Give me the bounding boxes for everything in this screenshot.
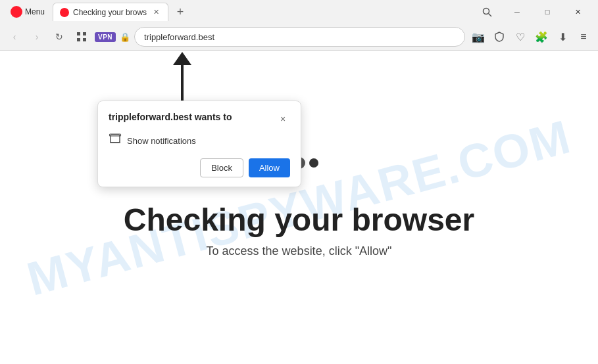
new-tab-button[interactable]: + (171, 3, 189, 21)
search-icon (482, 7, 492, 17)
lock-icon: 🔒 (120, 32, 130, 42)
tabs-area: Checking your brows ✕ + (50, 3, 472, 21)
popup-permission-row: Show notifications (109, 133, 290, 149)
allow-button[interactable]: Allow (249, 158, 290, 177)
heart-icon-button[interactable]: ♡ (511, 28, 530, 46)
address-bar: ‹ › ↻ VPN 🔒 📷 ♡ 🧩 ⬇ ≡ (0, 24, 598, 50)
refresh-button[interactable]: ↻ (50, 28, 68, 46)
back-button[interactable]: ‹ (5, 28, 24, 46)
opera-logo-icon (11, 6, 22, 18)
tab-close-button[interactable]: ✕ (151, 7, 161, 18)
svg-rect-4 (77, 38, 80, 41)
grid-icon (76, 32, 87, 42)
browser-chrome: Menu Checking your brows ✕ + ─ □ ✕ ‹ › ↻ (0, 0, 598, 51)
window-controls: ─ □ ✕ (472, 1, 593, 22)
forward-button[interactable]: › (28, 28, 46, 46)
toolbar-icons: 📷 ♡ 🧩 ⬇ ≡ (469, 28, 593, 46)
active-tab[interactable]: Checking your brows ✕ (53, 3, 168, 21)
svg-rect-5 (83, 38, 86, 41)
notification-bell-icon (109, 133, 122, 149)
minimize-button[interactable]: ─ (502, 1, 532, 22)
permission-text: Show notifications (127, 136, 196, 146)
menu-label: Menu (25, 7, 45, 16)
popup-actions: Block Allow (109, 158, 290, 177)
url-input[interactable] (134, 27, 465, 47)
shield-icon-button[interactable] (490, 28, 509, 46)
download-icon-button[interactable]: ⬇ (553, 28, 572, 46)
page-content: MYANTISPYWARE.COM Click the "Allow" butt… (0, 51, 598, 364)
tab-favicon-icon (60, 8, 69, 17)
loading-dot-3 (309, 158, 318, 168)
svg-rect-3 (83, 32, 86, 35)
tab-title: Checking your brows (73, 8, 147, 17)
title-bar: Menu Checking your brows ✕ + ─ □ ✕ (0, 0, 598, 24)
opera-menu-button[interactable]: Menu (5, 3, 50, 20)
popup-header: trippleforward.best wants to × (109, 112, 290, 126)
shield-icon (494, 32, 505, 42)
menu-icon-button[interactable]: ≡ (574, 28, 593, 46)
svg-point-0 (483, 8, 489, 14)
popup-title: trippleforward.best wants to (109, 112, 232, 122)
camera-icon-button[interactable]: 📷 (469, 28, 487, 46)
popup-close-button[interactable]: × (276, 112, 290, 126)
svg-line-1 (488, 13, 491, 16)
grid-view-button[interactable] (72, 28, 91, 46)
sub-text: To access the website, click "Allow" (207, 244, 392, 258)
close-button[interactable]: ✕ (562, 1, 593, 22)
extension-icon-button[interactable]: 🧩 (532, 28, 551, 46)
vpn-badge[interactable]: VPN (95, 32, 116, 42)
search-window-button[interactable] (472, 1, 502, 22)
main-heading: Checking your browser (124, 202, 474, 238)
maximize-button[interactable]: □ (532, 1, 562, 22)
bell-icon (109, 133, 122, 146)
permission-popup: trippleforward.best wants to × Show noti… (97, 101, 301, 187)
block-button[interactable]: Block (200, 158, 243, 177)
svg-rect-2 (77, 32, 80, 35)
